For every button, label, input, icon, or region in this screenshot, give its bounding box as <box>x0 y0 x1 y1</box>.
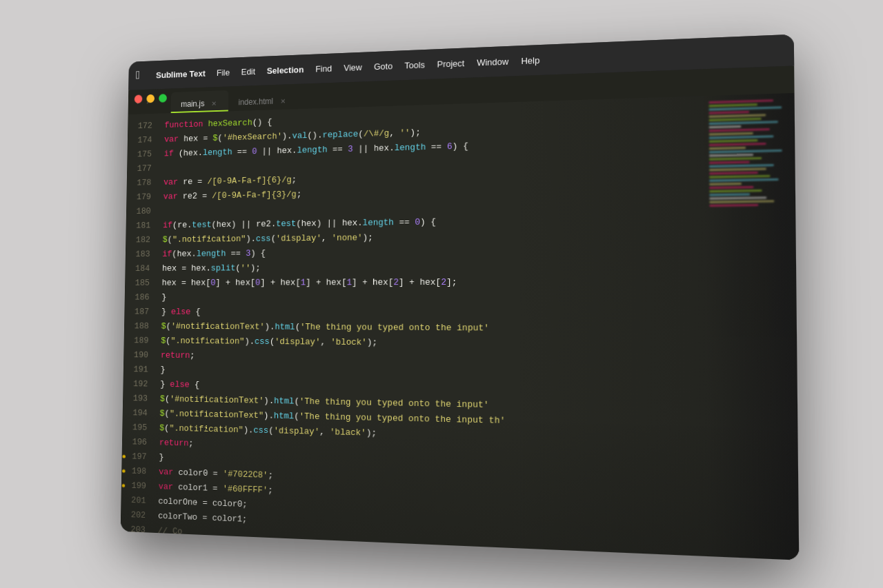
gutter-line-195: 195 <box>132 420 147 435</box>
laptop-screen:  Sublime Text File Edit Selection Find … <box>121 34 800 560</box>
gutter-line-180: 180 <box>137 204 151 219</box>
code-area: function hexSearch() { var hex = $('#hex… <box>152 96 707 556</box>
tab-main-js[interactable]: main.js ✕ <box>171 90 229 113</box>
menu-sublime-text[interactable]: Sublime Text <box>156 68 206 79</box>
gutter-line-185: 185 <box>135 276 150 290</box>
gutter-line-190: 190 <box>134 347 148 362</box>
menu-help[interactable]: Help <box>521 54 539 65</box>
traffic-light-close[interactable] <box>135 94 143 103</box>
code-line-184: hex = hex.split(''); <box>162 258 706 275</box>
gutter-line-175: 175 <box>137 147 152 161</box>
tab-main-js-close[interactable]: ✕ <box>210 98 219 108</box>
gutter-line-178: 178 <box>137 175 151 190</box>
gutter-line-187: 187 <box>135 305 149 319</box>
menu-window[interactable]: Window <box>477 56 508 68</box>
gutter-line-193: 193 <box>133 391 148 405</box>
tab-index-html-close[interactable]: ✕ <box>278 96 287 105</box>
menu-goto[interactable]: Goto <box>374 61 393 72</box>
minimap-content <box>704 92 799 560</box>
gutter-line-197: 197 <box>132 449 146 465</box>
traffic-lights <box>135 94 167 103</box>
tab-index-html-label: index.html <box>238 97 273 107</box>
menu-tools[interactable]: Tools <box>404 59 425 70</box>
menu-file[interactable]: File <box>217 67 230 77</box>
gutter-line-177: 177 <box>137 161 152 176</box>
gutter-line-194: 194 <box>132 405 147 420</box>
tab-main-js-label: main.js <box>181 99 204 108</box>
gutter-line-203: 203 <box>130 522 145 537</box>
tab-index-html[interactable]: index.html ✕ <box>228 88 298 111</box>
gutter-line-186: 186 <box>135 290 149 305</box>
gutter-line-172: 172 <box>138 119 152 133</box>
gutter-line-199: 199 <box>132 478 146 494</box>
gutter-line-183: 183 <box>135 247 150 261</box>
gutter-line-202: 202 <box>131 507 146 523</box>
apple-logo-icon:  <box>136 69 143 82</box>
editor-content: 172 174 175 177 178 179 180 181 182 183 … <box>121 92 800 560</box>
laptop-wrapper:  Sublime Text File Edit Selection Find … <box>62 26 821 563</box>
menu-find[interactable]: Find <box>315 63 332 73</box>
menu-project[interactable]: Project <box>437 57 464 68</box>
gutter-line-174: 174 <box>137 133 152 148</box>
editor: 172 174 175 177 178 179 180 181 182 183 … <box>121 92 800 560</box>
gutter-line-184: 184 <box>135 261 150 276</box>
gutter-line-181: 181 <box>136 219 150 233</box>
menu-edit[interactable]: Edit <box>241 65 255 76</box>
code-line-186: } <box>161 290 706 305</box>
code-line-185: hex = hex[0] + hex[0] + hex[1] + hex[1] … <box>162 274 706 290</box>
gutter-line-189: 189 <box>134 333 148 347</box>
gutter-line-196: 196 <box>132 434 147 449</box>
menu-view[interactable]: View <box>344 61 362 72</box>
traffic-light-maximize[interactable] <box>159 94 167 103</box>
menu-selection[interactable]: Selection <box>267 64 304 75</box>
gutter-line-182: 182 <box>136 232 150 247</box>
gutter-line-201: 201 <box>131 493 146 508</box>
gutter-line-191: 191 <box>133 362 148 376</box>
gutter-line-179: 179 <box>137 190 151 204</box>
gutter-line-192: 192 <box>133 376 148 391</box>
gutter-line-198: 198 <box>132 464 146 479</box>
traffic-light-minimize[interactable] <box>146 94 155 103</box>
minimap <box>704 92 799 560</box>
code-line-187: } else { <box>161 305 706 321</box>
gutter-line-188: 188 <box>135 319 149 334</box>
